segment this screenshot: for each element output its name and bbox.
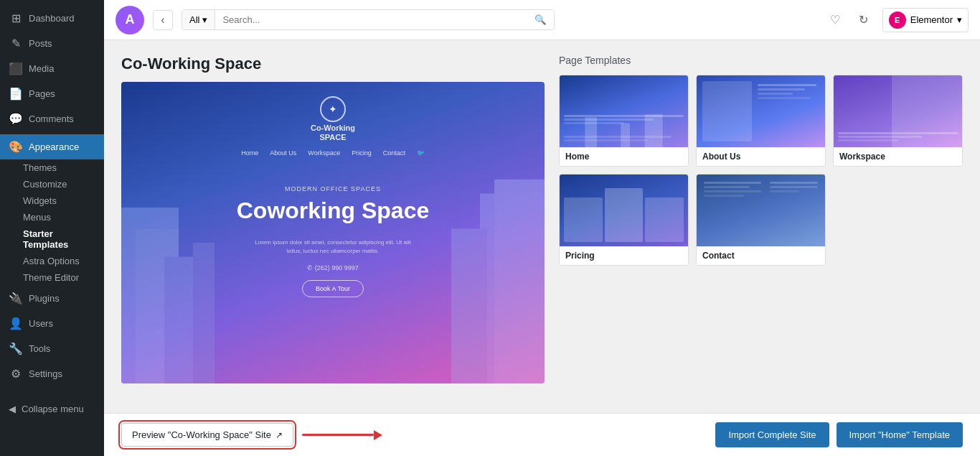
sidebar-item-label: Settings xyxy=(29,368,62,379)
sidebar-sub-astra-options[interactable]: Astra Options xyxy=(0,253,104,269)
import-home-template-button[interactable]: Import "Home" Template xyxy=(837,422,963,447)
templates-grid: Home xyxy=(559,75,963,266)
search-bar: All ▾ 🔍 xyxy=(182,9,555,30)
sidebar-item-label: Appearance xyxy=(29,141,79,152)
collapse-menu-button[interactable]: ◀ Collapse menu xyxy=(0,398,104,420)
comments-icon: 💬 xyxy=(9,112,23,126)
sidebar-item-users[interactable]: 👤 Users xyxy=(0,311,104,336)
media-icon: ⬛ xyxy=(9,62,23,75)
card-home-label: Home xyxy=(560,147,688,166)
sidebar-sub-themes[interactable]: Themes xyxy=(0,159,104,176)
preview-hero-subtitle: Modern Office Spaces xyxy=(285,185,381,192)
template-card-workspace[interactable]: Workspace xyxy=(833,75,963,167)
user-badge[interactable]: E Elementor ▾ xyxy=(882,8,969,32)
chevron-down-icon: ▾ xyxy=(202,14,207,25)
header-bar: A ‹ All ▾ 🔍 ♡ ↻ E xyxy=(104,0,980,40)
footer-left: Preview "Co-Working Space" Site ↗ xyxy=(121,423,382,447)
settings-icon: ⚙ xyxy=(9,367,23,381)
preview-site-button[interactable]: Preview "Co-Working Space" Site ↗ xyxy=(121,423,293,447)
search-filter-dropdown[interactable]: All ▾ xyxy=(182,10,215,29)
sidebar-item-label: Pages xyxy=(29,88,55,99)
sidebar-item-posts[interactable]: ✎ Posts xyxy=(0,31,104,56)
card-contact-image xyxy=(697,175,825,246)
sidebar-sub-customize[interactable]: Customize xyxy=(0,176,104,192)
back-icon: ‹ xyxy=(161,14,164,27)
posts-icon: ✎ xyxy=(9,37,23,50)
arrow-line xyxy=(302,434,374,436)
preview-hero-text: Lorem ipsum dolor sit amet, consectetur … xyxy=(255,238,410,256)
chevron-down-icon: ▾ xyxy=(957,14,962,25)
sidebar-sub-starter-templates[interactable]: Starter Templates xyxy=(0,225,104,253)
logo: A xyxy=(116,6,144,34)
preview-cta-button[interactable]: Book A Tour xyxy=(302,280,364,297)
template-card-home[interactable]: Home xyxy=(559,75,689,167)
template-card-about[interactable]: About Us xyxy=(696,75,826,167)
external-link-icon: ↗ xyxy=(275,430,283,440)
template-card-contact[interactable]: Contact xyxy=(696,174,826,266)
page-templates-label: Page Templates xyxy=(559,55,963,66)
card-workspace-image xyxy=(834,75,962,147)
sidebar-item-appearance[interactable]: 🎨 Appearance xyxy=(0,134,104,159)
footer-bar: Preview "Co-Working Space" Site ↗ Import… xyxy=(104,413,980,456)
card-about-label: About Us xyxy=(697,147,825,166)
content-area: Co-Working Space ✦ Co-WorkingSPA xyxy=(104,40,980,456)
search-icon: 🔍 xyxy=(534,14,547,25)
dashboard-icon: ⊞ xyxy=(9,11,23,25)
back-button[interactable]: ‹ xyxy=(153,10,173,30)
sidebar-item-plugins[interactable]: 🔌 Plugins xyxy=(0,286,104,311)
sidebar-item-pages[interactable]: 📄 Pages xyxy=(0,81,104,106)
arrow-indicator xyxy=(302,430,382,440)
card-about-image xyxy=(697,75,825,147)
filter-label: All xyxy=(189,14,199,25)
header-right: ♡ ↻ E Elementor ▾ xyxy=(825,8,969,32)
preview-inner: ✦ Co-WorkingSPACE Home About Us Workspac… xyxy=(121,82,545,383)
heart-icon: ♡ xyxy=(830,13,840,27)
card-contact-label: Contact xyxy=(697,246,825,265)
plugins-icon: 🔌 xyxy=(9,292,23,305)
search-button[interactable]: 🔍 xyxy=(527,10,554,29)
sidebar-item-label: Posts xyxy=(29,38,52,49)
template-content: Co-Working Space ✦ Co-WorkingSPA xyxy=(104,40,980,413)
sidebar-item-media[interactable]: ⬛ Media xyxy=(0,56,104,81)
left-panel: Co-Working Space ✦ Co-WorkingSPA xyxy=(121,55,545,399)
sidebar-item-label: Media xyxy=(29,63,54,74)
sidebar-item-label: Tools xyxy=(29,343,50,354)
sidebar-item-settings[interactable]: ⚙ Settings xyxy=(0,361,104,386)
sidebar-item-label: Plugins xyxy=(29,293,60,304)
preview-logo-text: Co-WorkingSPACE xyxy=(311,124,355,142)
avatar: E xyxy=(889,11,906,29)
card-workspace-label: Workspace xyxy=(834,147,962,166)
import-complete-site-button[interactable]: Import Complete Site xyxy=(715,422,829,447)
sidebar-sub-menus[interactable]: Menus xyxy=(0,209,104,225)
sidebar-item-label: Users xyxy=(29,318,53,329)
preview-logo-icon: ✦ xyxy=(320,96,346,122)
collapse-label: Collapse menu xyxy=(22,404,84,414)
sidebar-item-label: Comments xyxy=(29,113,74,124)
card-pricing-image xyxy=(560,175,688,246)
sidebar-item-label: Dashboard xyxy=(29,13,75,24)
sidebar-sub-theme-editor[interactable]: Theme Editor xyxy=(0,269,104,286)
collapse-icon: ◀ xyxy=(9,404,16,414)
template-title: Co-Working Space xyxy=(121,55,545,73)
card-pricing-label: Pricing xyxy=(560,246,688,265)
users-icon: 👤 xyxy=(9,317,23,330)
main-content: A ‹ All ▾ 🔍 ♡ ↻ E xyxy=(104,0,980,456)
sidebar-item-comments[interactable]: 💬 Comments xyxy=(0,106,104,131)
sidebar-sub-widgets[interactable]: Widgets xyxy=(0,192,104,209)
footer-right-buttons: Import Complete Site Import "Home" Templ… xyxy=(715,422,963,447)
card-home-image xyxy=(560,75,688,147)
preview-btn-label: Preview "Co-Working Space" Site xyxy=(132,429,271,440)
sidebar-item-tools[interactable]: 🔧 Tools xyxy=(0,336,104,361)
template-card-pricing[interactable]: Pricing xyxy=(559,174,689,266)
favorites-button[interactable]: ♡ xyxy=(825,10,845,30)
search-input[interactable] xyxy=(215,10,527,29)
sidebar-item-dashboard[interactable]: ⊞ Dashboard xyxy=(0,6,104,31)
sidebar: ⊞ Dashboard ✎ Posts ⬛ Media 📄 Pages 💬 Co… xyxy=(0,0,104,456)
refresh-button[interactable]: ↻ xyxy=(854,10,874,30)
preview-hero-title: Coworking Space xyxy=(237,198,430,223)
arrow-head xyxy=(374,430,382,440)
refresh-icon: ↻ xyxy=(859,13,868,27)
main-preview-image: ✦ Co-WorkingSPACE Home About Us Workspac… xyxy=(121,82,545,383)
user-label: Elementor xyxy=(910,14,953,25)
preview-nav: Home About Us Workspace Pricing Contact … xyxy=(241,149,424,157)
